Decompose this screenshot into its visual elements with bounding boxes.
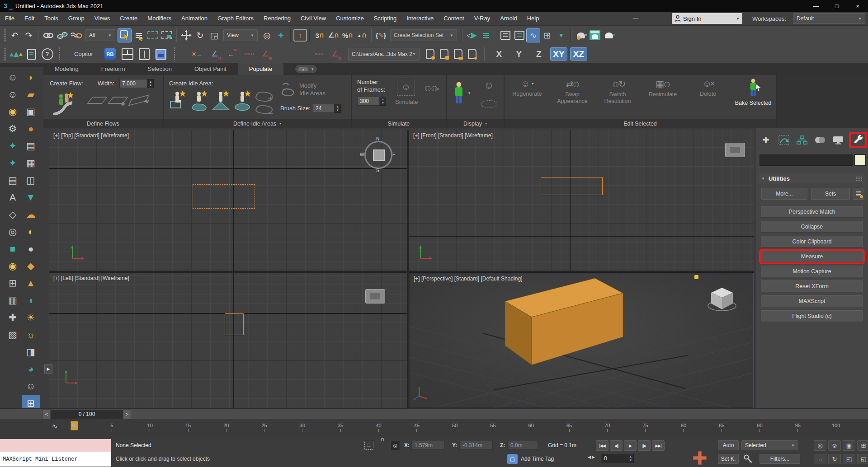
teal-box-icon[interactable]: ■	[4, 240, 22, 257]
tab-selection[interactable]: Selection	[137, 63, 183, 75]
next-frame-arrow[interactable]: >	[123, 409, 131, 419]
sun-arrow-script-icon[interactable]: ☀←	[190, 47, 203, 61]
restrict-z-button[interactable]: Z	[530, 47, 547, 61]
restrict-xy-button[interactable]: XY	[550, 47, 567, 61]
script-settings-icon[interactable]	[426, 49, 434, 59]
help-icon[interactable]: ?	[40, 47, 54, 61]
restrict-y-button[interactable]: Y	[510, 47, 528, 61]
dots-box-icon[interactable]: ▦	[22, 154, 40, 172]
define-idle-areas-footer[interactable]: Define Idle Areas▾	[164, 119, 351, 128]
unlink-icon[interactable]	[55, 28, 69, 42]
render-production-button[interactable]	[602, 28, 616, 42]
utility-sets-button[interactable]: Sets	[811, 188, 850, 200]
menu-item[interactable]: Rendering	[259, 12, 296, 25]
expand-tray-arrow[interactable]: ▶	[44, 364, 52, 374]
menu-item[interactable]: Views	[90, 12, 115, 25]
tab-freeform[interactable]: Freeform	[90, 63, 137, 75]
clear-crowd-button[interactable]: ☺☺×	[423, 83, 437, 93]
hierarchy-tab[interactable]	[795, 134, 809, 146]
menu-item[interactable]: Group	[63, 12, 90, 25]
select-link-icon[interactable]	[41, 28, 55, 42]
ring-icon[interactable]: ◎	[4, 223, 22, 240]
select-object-button[interactable]	[118, 28, 132, 42]
camera-box-icon[interactable]: ▤	[22, 137, 40, 154]
add-box-icon[interactable]: ✚	[4, 309, 22, 326]
angle-45-red-script-icon[interactable]: ∠45	[259, 47, 272, 61]
edit-named-selection-sets-button[interactable]: {✎}	[374, 28, 388, 42]
transform-gizmo-toggle[interactable]: ⛶	[364, 441, 373, 450]
color-clipboard-button[interactable]: Color Clipboard	[761, 236, 863, 248]
simulate-button-label[interactable]: Simulate	[395, 98, 418, 105]
viewport-left-label[interactable]: [+] [Left] [Standard] [Wireframe]	[53, 275, 129, 281]
previous-frame-button[interactable]: ◀||	[610, 440, 623, 451]
create-seated-idle-area-button[interactable]	[168, 89, 187, 112]
modify-tab[interactable]	[777, 134, 791, 146]
menu-item[interactable]: Interactive	[401, 12, 439, 25]
menu-item[interactable]: Tools	[39, 12, 63, 25]
align-button[interactable]	[479, 28, 493, 42]
rectangular-selection-region-button[interactable]	[146, 28, 160, 42]
select-and-move-button[interactable]	[179, 28, 193, 42]
lightbulb-icon[interactable]: ◉	[4, 103, 22, 120]
spinner-arrows[interactable]: ▲▼	[147, 79, 154, 88]
menu-item[interactable]: Customize	[331, 12, 368, 25]
display-agent-toggle[interactable]: ☺	[484, 79, 494, 91]
curve-editor-button[interactable]: ∿	[526, 28, 540, 42]
sign-in-button[interactable]: Sign In ▼	[672, 13, 742, 24]
create-idle-area-oval-button[interactable]	[233, 89, 252, 112]
ramp-icon[interactable]: ▰	[22, 86, 40, 103]
script-new-icon[interactable]	[440, 49, 448, 59]
render-setup-button[interactable]	[574, 28, 588, 42]
simulate-button-icon[interactable]: ☺	[397, 78, 415, 96]
people-add-icon[interactable]: ☺	[4, 86, 22, 103]
auto-key-button[interactable]: Auto	[718, 440, 739, 450]
workspaces-dropdown[interactable]: Default ▼	[793, 13, 865, 24]
droplet-icon[interactable]: ◖	[22, 292, 40, 309]
x-coordinate-field[interactable]: 1.579m	[411, 441, 445, 450]
material-editor-button[interactable]: ▼	[554, 28, 568, 42]
sun-icon[interactable]: ☀	[22, 309, 40, 326]
subtract-idle-area-shape-button[interactable]	[252, 101, 275, 118]
key-filters-button[interactable]: Filters...	[760, 454, 800, 464]
panel-icon[interactable]: ▥	[4, 292, 22, 309]
create-flow-button[interactable]	[52, 91, 73, 116]
selection-filter-dropdown[interactable]: All▼	[85, 29, 115, 41]
object-name-field[interactable]	[760, 154, 853, 166]
ribbon-collapse-button[interactable]: ▲ ▼	[295, 65, 317, 73]
create-idle-area-blob-button[interactable]	[190, 89, 209, 112]
diamond-icon[interactable]: ◆	[22, 257, 40, 275]
dolly-icon[interactable]: ◱	[857, 454, 868, 464]
zoom-all-icon[interactable]: ⊚	[828, 440, 841, 451]
frame-nudge-arrows[interactable]: ◀▶	[588, 455, 595, 459]
toolbar-grip[interactable]	[4, 28, 6, 42]
character-tool-icon[interactable]: ☺	[22, 378, 40, 395]
named-selection-set-dropdown[interactable]: Create Selection Set▼	[390, 29, 457, 41]
viewcube-mini-icon[interactable]	[365, 289, 385, 304]
angle-45-red-script-icon-2[interactable]: ∠45	[328, 47, 342, 61]
funnel-icon[interactable]: ▼	[22, 189, 40, 206]
restrict-xz-button[interactable]: XZ	[570, 47, 587, 61]
z-coordinate-field[interactable]: 0.0m	[507, 441, 538, 450]
document-icon[interactable]: ▤	[4, 172, 22, 189]
crate-icon[interactable]: ◫	[22, 172, 40, 189]
measure-button[interactable]: Measure	[761, 251, 863, 262]
reset-xform-button[interactable]: Reset XForm	[761, 280, 863, 292]
next-frame-button[interactable]: ||▶	[638, 440, 651, 451]
viewport-perspective-label[interactable]: [+] [Perspective] [Standard] [Default Sh…	[414, 276, 522, 282]
y-coordinate-field[interactable]: -0.314m	[459, 441, 493, 450]
select-and-rotate-button[interactable]: ↻	[193, 28, 207, 42]
menu-item[interactable]: Civil View	[296, 12, 331, 25]
trees-icon[interactable]: ✦	[4, 137, 22, 154]
gear-icon[interactable]: ⚙	[4, 120, 22, 137]
pan-icon[interactable]: ↔	[814, 454, 826, 464]
lamp-icon[interactable]: ◉	[4, 257, 22, 275]
brush-size-spinner[interactable]: 24 ▲▼	[313, 104, 341, 113]
collapse-button[interactable]: Collapse	[761, 221, 863, 233]
schematic-view-button[interactable]: ⊞	[540, 28, 554, 42]
mirror-button[interactable]: ◁▶	[465, 28, 479, 42]
viewcube-icon[interactable]	[706, 285, 738, 314]
set-key-mode-button[interactable]: Set K.	[718, 454, 739, 464]
keyboard-override-toggle[interactable]: ↑	[293, 29, 307, 42]
pattern-box-icon[interactable]: ▧	[4, 326, 22, 343]
menu-item[interactable]: Animation	[176, 12, 212, 25]
